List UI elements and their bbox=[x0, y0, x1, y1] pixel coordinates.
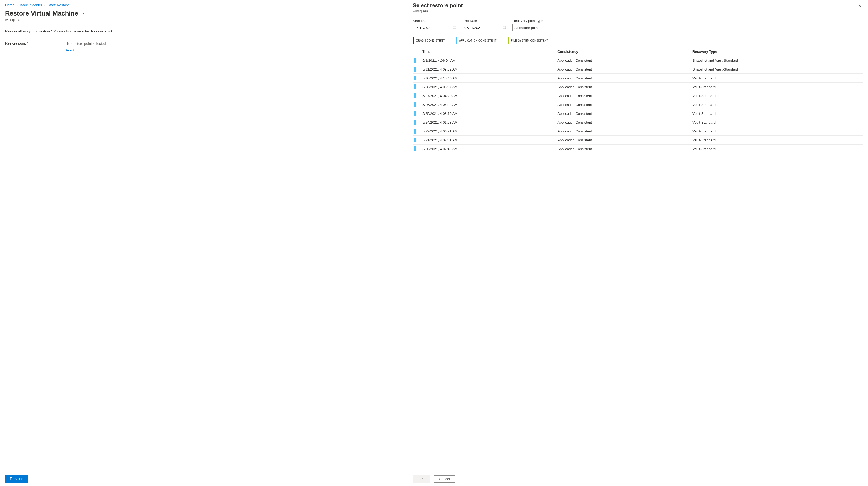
svg-rect-0 bbox=[453, 26, 456, 29]
cell-time: 5/24/2021, 4:01:58 AM bbox=[421, 118, 556, 127]
breadcrumb-backup-center[interactable]: Backup center bbox=[20, 3, 42, 7]
cell-consistency: Application Consistent bbox=[556, 136, 691, 145]
restore-point-label: Restore point * bbox=[5, 40, 61, 45]
recovery-type-select[interactable]: All restore points bbox=[513, 24, 863, 31]
cell-time: 5/31/2021, 4:09:52 AM bbox=[421, 65, 556, 74]
consistency-bar-icon bbox=[414, 93, 416, 98]
consistency-bar-icon bbox=[414, 76, 416, 81]
legend-crash-consistent: CRASH CONSISTENT bbox=[413, 37, 444, 44]
end-date-input[interactable] bbox=[463, 24, 508, 31]
legend-bar-icon bbox=[508, 37, 509, 44]
cancel-button[interactable]: Cancel bbox=[434, 475, 455, 483]
cell-time: 5/22/2021, 4:06:21 AM bbox=[421, 127, 556, 136]
table-row[interactable]: 5/25/2021, 4:08:19 AMApplication Consist… bbox=[413, 109, 863, 118]
table-row[interactable]: 5/26/2021, 4:06:23 AMApplication Consist… bbox=[413, 100, 863, 109]
breadcrumb-start-restore[interactable]: Start: Restore bbox=[48, 3, 69, 7]
cell-time: 5/21/2021, 4:07:01 AM bbox=[421, 136, 556, 145]
consistency-bar-icon bbox=[414, 111, 416, 116]
table-row[interactable]: 5/24/2021, 4:01:58 AMApplication Consist… bbox=[413, 118, 863, 127]
legend-filesystem-consistent: FILE-SYSTEM CONSISTENT bbox=[508, 37, 548, 44]
restore-points-table: Time Consistency Recovery Type 6/1/2021,… bbox=[413, 48, 863, 153]
cell-recovery-type: Vault-Standard bbox=[691, 145, 863, 153]
cell-recovery-type: Vault-Standard bbox=[691, 74, 863, 83]
consistency-bar-icon bbox=[414, 102, 416, 107]
legend-bar-icon bbox=[413, 37, 414, 44]
cell-consistency: Application Consistent bbox=[556, 118, 691, 127]
table-row[interactable]: 5/20/2021, 4:02:42 AMApplication Consist… bbox=[413, 145, 863, 153]
consistency-legend: CRASH CONSISTENT APPLICATION CONSISTENT … bbox=[413, 37, 863, 44]
cell-recovery-type: Snapshot and Vault-Standard bbox=[691, 56, 863, 65]
table-row[interactable]: 5/22/2021, 4:06:21 AMApplication Consist… bbox=[413, 127, 863, 136]
chevron-right-icon: › bbox=[70, 3, 73, 7]
cell-time: 5/20/2021, 4:02:42 AM bbox=[421, 145, 556, 153]
page-title: Restore Virtual Machine bbox=[5, 10, 78, 17]
cell-consistency: Application Consistent bbox=[556, 56, 691, 65]
cell-time: 5/26/2021, 4:06:23 AM bbox=[421, 100, 556, 109]
cell-recovery-type: Vault-Standard bbox=[691, 100, 863, 109]
consistency-bar-icon bbox=[414, 146, 416, 151]
cell-time: 5/30/2021, 4:10:46 AM bbox=[421, 74, 556, 83]
more-actions-button[interactable]: ··· bbox=[82, 11, 86, 16]
panel-subtitle: winsqlsea bbox=[413, 9, 857, 13]
restore-point-value: No restore point selected bbox=[67, 41, 106, 46]
close-icon[interactable]: ✕ bbox=[857, 2, 863, 9]
cell-consistency: Application Consistent bbox=[556, 91, 691, 100]
chevron-right-icon: › bbox=[43, 3, 46, 7]
legend-application-consistent: APPLICATION CONSISTENT bbox=[456, 37, 496, 44]
cell-recovery-type: Vault-Standard bbox=[691, 83, 863, 91]
cell-recovery-type: Snapshot and Vault-Standard bbox=[691, 65, 863, 74]
consistency-bar-icon bbox=[414, 120, 416, 125]
cell-consistency: Application Consistent bbox=[556, 109, 691, 118]
restore-point-field[interactable]: No restore point selected bbox=[65, 40, 180, 47]
cell-consistency: Application Consistent bbox=[556, 100, 691, 109]
calendar-icon[interactable] bbox=[502, 26, 506, 30]
ok-button: OK bbox=[413, 475, 430, 483]
cell-consistency: Application Consistent bbox=[556, 83, 691, 91]
start-date-label: Start Date bbox=[413, 19, 458, 23]
end-date-value[interactable] bbox=[464, 26, 502, 30]
panel-title: Select restore point bbox=[413, 2, 857, 8]
start-date-input[interactable] bbox=[413, 24, 458, 31]
consistency-bar-icon bbox=[414, 129, 416, 134]
start-date-value[interactable] bbox=[414, 26, 453, 30]
table-row[interactable]: 5/27/2021, 4:04:20 AMApplication Consist… bbox=[413, 91, 863, 100]
restore-button[interactable]: Restore bbox=[5, 475, 28, 483]
svg-rect-4 bbox=[503, 26, 506, 29]
recovery-type-label: Recovery point type bbox=[513, 19, 863, 23]
end-date-label: End Date bbox=[463, 19, 508, 23]
calendar-icon[interactable] bbox=[453, 26, 456, 30]
table-row[interactable]: 5/21/2021, 4:07:01 AMApplication Consist… bbox=[413, 136, 863, 145]
consistency-bar-icon bbox=[414, 67, 416, 72]
legend-bar-icon bbox=[456, 37, 457, 44]
cell-recovery-type: Vault-Standard bbox=[691, 136, 863, 145]
table-row[interactable]: 5/31/2021, 4:09:52 AMApplication Consist… bbox=[413, 65, 863, 74]
cell-recovery-type: Vault-Standard bbox=[691, 109, 863, 118]
consistency-bar-icon bbox=[414, 85, 416, 89]
table-row[interactable]: 5/30/2021, 4:10:46 AMApplication Consist… bbox=[413, 74, 863, 83]
cell-consistency: Application Consistent bbox=[556, 74, 691, 83]
select-restore-point-panel: Select restore point winsqlsea ✕ Start D… bbox=[408, 0, 868, 486]
cell-consistency: Application Consistent bbox=[556, 145, 691, 153]
consistency-bar-icon bbox=[414, 58, 416, 63]
breadcrumb: Home › Backup center › Start: Restore › bbox=[5, 3, 403, 7]
chevron-right-icon: › bbox=[16, 3, 19, 7]
col-consistency[interactable]: Consistency bbox=[556, 48, 691, 56]
intro-text: Restore allows you to restore VM/disks f… bbox=[5, 29, 403, 33]
consistency-bar-icon bbox=[414, 138, 416, 142]
cell-consistency: Application Consistent bbox=[556, 65, 691, 74]
cell-time: 5/25/2021, 4:08:19 AM bbox=[421, 109, 556, 118]
chevron-down-icon bbox=[858, 26, 861, 30]
cell-consistency: Application Consistent bbox=[556, 127, 691, 136]
select-restore-point-link[interactable]: Select bbox=[65, 48, 74, 52]
cell-recovery-type: Vault-Standard bbox=[691, 127, 863, 136]
table-row[interactable]: 5/28/2021, 4:05:57 AMApplication Consist… bbox=[413, 83, 863, 91]
cell-recovery-type: Vault-Standard bbox=[691, 91, 863, 100]
cell-time: 5/28/2021, 4:05:57 AM bbox=[421, 83, 556, 91]
col-time[interactable]: Time bbox=[421, 48, 556, 56]
table-row[interactable]: 6/1/2021, 4:06:04 AMApplication Consiste… bbox=[413, 56, 863, 65]
col-recovery-type[interactable]: Recovery Type bbox=[691, 48, 863, 56]
cell-time: 6/1/2021, 4:06:04 AM bbox=[421, 56, 556, 65]
cell-recovery-type: Vault-Standard bbox=[691, 118, 863, 127]
page-subtitle: winsqlsea bbox=[5, 18, 403, 22]
breadcrumb-home[interactable]: Home bbox=[5, 3, 14, 7]
